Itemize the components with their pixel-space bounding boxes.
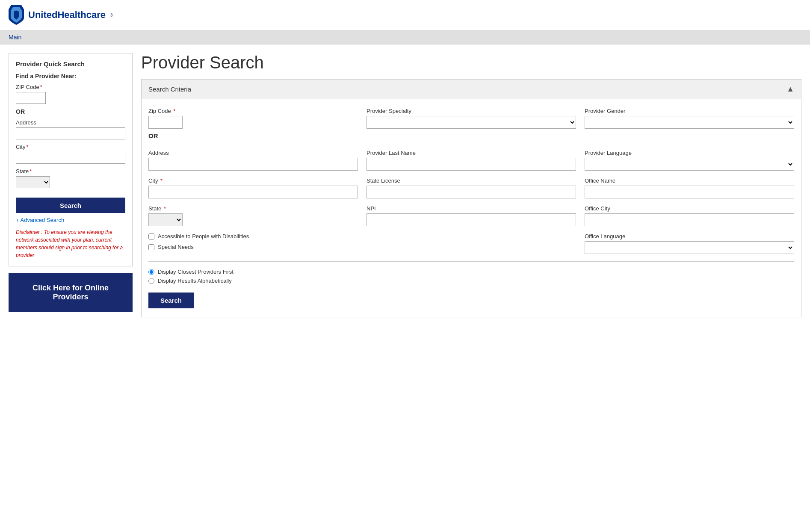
provider-search-area: Provider Search Search Criteria ▲ Zip Co… <box>141 53 801 317</box>
provider-gender-field: Provider Gender <box>585 108 794 143</box>
quick-search-title: Provider Quick Search <box>16 60 125 68</box>
sidebar-search-button[interactable]: Search <box>16 198 125 213</box>
checkboxes-col: Accessible to People with Disabilities S… <box>148 233 358 254</box>
search-criteria-panel: Search Criteria ▲ Zip Code * OR Provider… <box>141 79 801 317</box>
office-language-label: Office Language <box>585 233 794 239</box>
sidebar-address-input[interactable] <box>16 127 125 139</box>
provider-language-label: Provider Language <box>585 150 794 156</box>
form-row-5: Accessible to People with Disabilities S… <box>148 233 794 254</box>
form-row-2: Address Provider Last Name Provider Lang… <box>148 150 794 171</box>
provider-last-name-field: Provider Last Name <box>367 150 576 171</box>
radio-group: Display Closest Providers First Display … <box>148 269 794 284</box>
logo-text: UnitedHealthcare <box>28 9 106 21</box>
city-field-label: City * <box>148 177 358 184</box>
state-field-label: State * <box>148 205 358 212</box>
panel-header-title: Search Criteria <box>148 86 191 93</box>
provider-last-name-label: Provider Last Name <box>367 150 576 156</box>
city-input[interactable] <box>148 186 358 198</box>
nav-main-link[interactable]: Main <box>9 34 21 41</box>
unitedhealthcare-logo-icon <box>9 5 24 25</box>
closest-radio[interactable] <box>148 269 154 275</box>
state-section: State* AL AK AZ CA CO FL TX NY <box>16 168 125 188</box>
state-license-input[interactable] <box>367 186 576 198</box>
main-search-button[interactable]: Search <box>148 293 194 308</box>
collapse-icon[interactable]: ▲ <box>786 85 794 94</box>
alphabetical-radio-row: Display Results Alphabetically <box>148 278 794 284</box>
accessible-label: Accessible to People with Disabilities <box>158 233 249 239</box>
advanced-search-link[interactable]: + Advanced Search <box>16 217 64 223</box>
provider-language-field: Provider Language <box>585 150 794 171</box>
provider-specialty-field: Provider Specialty <box>367 108 576 143</box>
office-language-select[interactable] <box>585 241 794 254</box>
special-needs-checkbox[interactable] <box>148 244 154 250</box>
office-city-field: Office City <box>585 205 794 226</box>
panel-header: Search Criteria ▲ <box>142 80 801 99</box>
zip-field: Zip Code * OR <box>148 108 358 143</box>
alphabetical-radio[interactable] <box>148 278 154 284</box>
provider-specialty-label: Provider Specialty <box>367 108 576 114</box>
divider <box>148 261 794 262</box>
empty-col <box>367 233 576 254</box>
npi-label: NPI <box>367 205 576 212</box>
provider-specialty-select[interactable] <box>367 116 576 129</box>
accessible-checkbox[interactable] <box>148 233 154 239</box>
provider-gender-select[interactable] <box>585 116 794 129</box>
accessible-checkbox-row: Accessible to People with Disabilities <box>148 233 358 239</box>
zip-section: ZIP Code* <box>16 84 125 104</box>
provider-language-select[interactable] <box>585 158 794 171</box>
address-input[interactable] <box>148 158 358 171</box>
city-section: City* <box>16 144 125 164</box>
panel-body: Zip Code * OR Provider Specialty Provide… <box>142 99 801 317</box>
sidebar-zip-input[interactable] <box>16 92 46 104</box>
state-field: State * AL CA TX NY <box>148 205 358 226</box>
online-providers-button[interactable]: Click Here for Online Providers <box>9 273 133 312</box>
closest-radio-row: Display Closest Providers First <box>148 269 794 275</box>
form-row-3: City * State License Office Name <box>148 177 794 198</box>
office-city-input[interactable] <box>585 213 794 226</box>
main-content: Provider Quick Search Find a Provider Ne… <box>0 44 810 326</box>
zip-field-label: Zip Code * <box>148 108 358 114</box>
alphabetical-label: Display Results Alphabetically <box>158 278 232 284</box>
form-row-4: State * AL CA TX NY NPI <box>148 205 794 226</box>
office-language-field: Office Language <box>585 233 794 254</box>
logo-container: UnitedHealthcare ® <box>9 5 113 25</box>
sidebar-or-text: OR <box>16 108 125 115</box>
sidebar-address-label: Address <box>16 119 125 126</box>
page-title: Provider Search <box>141 53 801 72</box>
office-name-field: Office Name <box>585 177 794 198</box>
office-city-label: Office City <box>585 205 794 212</box>
disclaimer-text: Disclaimer : To ensure you are viewing t… <box>16 228 125 259</box>
address-field-label: Address <box>148 150 358 156</box>
state-license-field: State License <box>367 177 576 198</box>
form-row-1: Zip Code * OR Provider Specialty Provide… <box>148 108 794 143</box>
address-section: Address <box>16 119 125 139</box>
sidebar-state-select[interactable]: AL AK AZ CA CO FL TX NY <box>16 176 50 188</box>
npi-input[interactable] <box>367 213 576 226</box>
office-name-input[interactable] <box>585 186 794 198</box>
sidebar-city-label: City* <box>16 144 125 150</box>
npi-field: NPI <box>367 205 576 226</box>
closest-label: Display Closest Providers First <box>158 269 234 275</box>
state-select[interactable]: AL CA TX NY <box>148 213 183 226</box>
logo-registered: ® <box>110 13 113 18</box>
provider-last-name-input[interactable] <box>367 158 576 171</box>
special-needs-checkbox-row: Special Needs <box>148 244 358 250</box>
sidebar-zip-label: ZIP Code* <box>16 84 125 90</box>
address-field: Address <box>148 150 358 171</box>
special-needs-label: Special Needs <box>158 244 194 250</box>
find-provider-label: Find a Provider Near: <box>16 73 125 80</box>
sidebar: Provider Quick Search Find a Provider Ne… <box>9 53 133 312</box>
zip-input[interactable] <box>148 116 183 129</box>
sidebar-city-input[interactable] <box>16 152 125 164</box>
city-field: City * <box>148 177 358 198</box>
header: UnitedHealthcare ® <box>0 0 810 30</box>
office-name-label: Office Name <box>585 177 794 184</box>
sidebar-state-label: State* <box>16 168 125 174</box>
nav-bar: Main <box>0 30 810 44</box>
or-bold-text: OR <box>148 132 358 139</box>
quick-search-box: Provider Quick Search Find a Provider Ne… <box>9 53 133 266</box>
state-license-label: State License <box>367 177 576 184</box>
provider-gender-label: Provider Gender <box>585 108 794 114</box>
